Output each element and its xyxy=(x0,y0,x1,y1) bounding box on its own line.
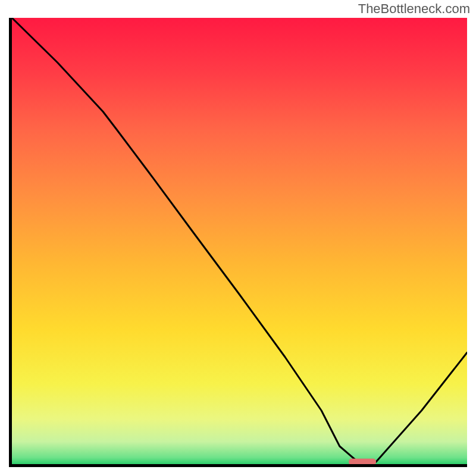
chart-container: TheBottleneck.com xyxy=(0,0,476,476)
gradient-background xyxy=(12,18,467,464)
watermark-text: TheBottleneck.com xyxy=(358,1,470,17)
chart-svg xyxy=(9,18,467,467)
plot-area xyxy=(9,18,467,467)
